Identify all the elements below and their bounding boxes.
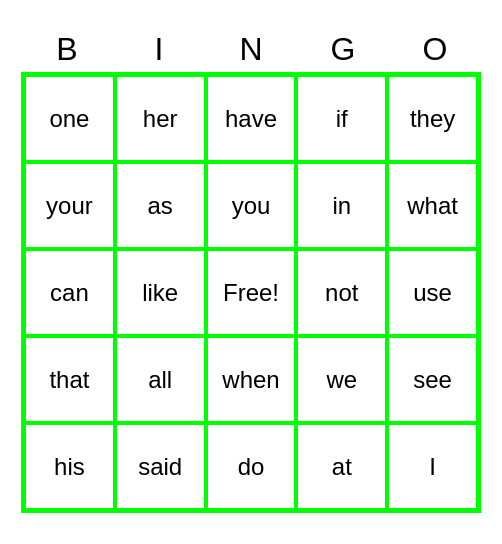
cell-4-3[interactable]: at — [296, 423, 387, 510]
header-o: O — [389, 31, 481, 68]
bingo-row-4: his said do at I — [24, 423, 478, 510]
cell-4-4[interactable]: I — [387, 423, 478, 510]
bingo-row-3: that all when we see — [24, 336, 478, 423]
cell-3-4[interactable]: see — [387, 336, 478, 423]
cell-0-4[interactable]: they — [387, 75, 478, 162]
cell-1-2[interactable]: you — [206, 162, 297, 249]
bingo-grid: one her have if they your as you in what… — [21, 72, 481, 513]
cell-4-0[interactable]: his — [24, 423, 115, 510]
header-i: I — [113, 31, 205, 68]
bingo-row-2: can like Free! not use — [24, 249, 478, 336]
header-g: G — [297, 31, 389, 68]
cell-2-1[interactable]: like — [115, 249, 206, 336]
cell-3-3[interactable]: we — [296, 336, 387, 423]
cell-2-0[interactable]: can — [24, 249, 115, 336]
cell-1-3[interactable]: in — [296, 162, 387, 249]
cell-1-1[interactable]: as — [115, 162, 206, 249]
cell-3-1[interactable]: all — [115, 336, 206, 423]
cell-4-2[interactable]: do — [206, 423, 297, 510]
header-b: B — [21, 31, 113, 68]
cell-0-2[interactable]: have — [206, 75, 297, 162]
cell-0-1[interactable]: her — [115, 75, 206, 162]
bingo-header: B I N G O — [21, 31, 481, 68]
bingo-row-1: your as you in what — [24, 162, 478, 249]
cell-4-1[interactable]: said — [115, 423, 206, 510]
header-n: N — [205, 31, 297, 68]
cell-2-3[interactable]: not — [296, 249, 387, 336]
cell-1-0[interactable]: your — [24, 162, 115, 249]
cell-0-3[interactable]: if — [296, 75, 387, 162]
cell-0-0[interactable]: one — [24, 75, 115, 162]
bingo-container: B I N G O one her have if they your as y… — [21, 31, 481, 513]
cell-2-4[interactable]: use — [387, 249, 478, 336]
cell-2-2[interactable]: Free! — [206, 249, 297, 336]
bingo-row-0: one her have if they — [24, 75, 478, 162]
cell-1-4[interactable]: what — [387, 162, 478, 249]
cell-3-2[interactable]: when — [206, 336, 297, 423]
cell-3-0[interactable]: that — [24, 336, 115, 423]
